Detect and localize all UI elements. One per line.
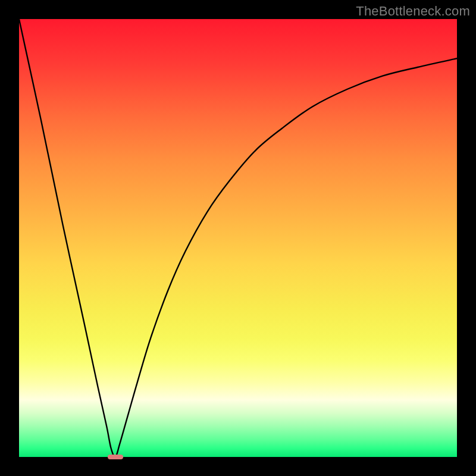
chart-frame: TheBottleneck.com bbox=[0, 0, 476, 476]
bottleneck-curve bbox=[19, 19, 457, 457]
min-marker bbox=[108, 455, 123, 460]
plot-area bbox=[19, 19, 457, 457]
curve-layer bbox=[19, 19, 457, 457]
watermark-text: TheBottleneck.com bbox=[356, 4, 470, 19]
